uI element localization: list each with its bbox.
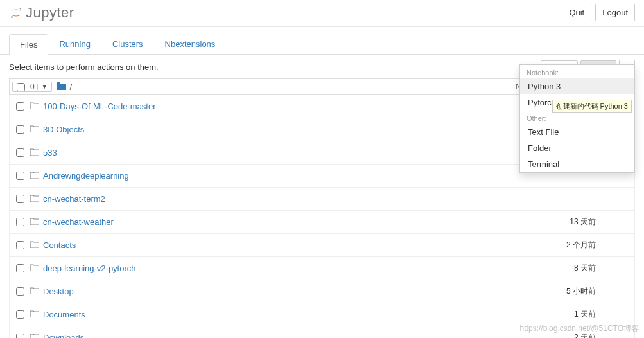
file-modified: 13 天前 [564, 217, 634, 227]
folder-icon [30, 240, 39, 250]
file-checkbox[interactable] [16, 310, 24, 319]
logo[interactable]: Jupyter [9, 4, 74, 21]
file-checkbox[interactable] [16, 195, 24, 203]
select-caret-icon[interactable]: ▼ [37, 84, 51, 90]
file-link[interactable]: Contacts [43, 240, 76, 250]
dropdown-tooltip: 创建新的代码 Python 3 [552, 100, 632, 113]
file-link[interactable]: Documents [43, 310, 85, 319]
breadcrumb-separator: / [70, 82, 73, 92]
folder-icon [30, 217, 39, 227]
dropdown-item-folder[interactable]: Folder [520, 140, 634, 156]
folder-icon [30, 125, 39, 134]
folder-icon [30, 171, 39, 181]
home-folder-icon[interactable] [57, 82, 66, 92]
file-modified: 8 天前 [564, 263, 634, 274]
file-link[interactable]: Desktop [43, 287, 74, 296]
tab-nbextensions[interactable]: Nbextensions [154, 33, 227, 54]
jupyter-logo-icon [9, 6, 23, 20]
file-modified: 1 天前 [564, 309, 634, 320]
file-checkbox[interactable] [16, 172, 24, 180]
file-row: deep-learning-v2-pytorch8 天前 [9, 257, 635, 280]
new-dropdown: Notebook: Python 3Pytorch for Deeplearni… [519, 64, 635, 173]
file-row: Desktop5 小时前 [9, 280, 635, 303]
file-checkbox[interactable] [16, 287, 24, 296]
svg-point-2 [21, 16, 22, 17]
folder-icon [30, 194, 39, 204]
folder-icon [30, 102, 39, 111]
file-row: cn-wechat-term2 [9, 188, 635, 211]
file-modified: 5 小时前 [564, 286, 634, 297]
file-link[interactable]: deep-learning-v2-pytorch [43, 263, 136, 273]
file-checkbox[interactable] [16, 125, 24, 134]
tab-clusters[interactable]: Clusters [101, 33, 154, 54]
file-modified: 2 个月前 [564, 240, 634, 251]
file-link[interactable]: 533 [43, 148, 57, 157]
file-link[interactable]: Downloads [43, 333, 84, 338]
tab-files[interactable]: Files [9, 34, 48, 55]
logo-text: Jupyter [26, 4, 74, 21]
select-all-control[interactable]: 0 ▼ [12, 82, 52, 92]
svg-point-1 [11, 16, 13, 18]
file-checkbox[interactable] [16, 148, 24, 157]
file-checkbox[interactable] [16, 241, 24, 249]
dropdown-item-python-3[interactable]: Python 3 [520, 78, 634, 94]
file-checkbox[interactable] [16, 102, 24, 111]
dropdown-item-terminal[interactable]: Terminal [520, 156, 634, 172]
logout-button[interactable]: Logout [595, 4, 635, 21]
select-all-checkbox[interactable] [17, 83, 25, 91]
watermark: https://blog.csdn.net/@51CTO博客 [520, 323, 639, 334]
header-buttons: Quit Logout [562, 4, 635, 21]
file-link[interactable]: 100-Days-Of-ML-Code-master [43, 102, 156, 111]
file-link[interactable]: 3D Objects [43, 125, 84, 134]
selected-count: 0 [28, 82, 37, 91]
file-checkbox[interactable] [16, 264, 24, 272]
quit-button[interactable]: Quit [562, 4, 591, 21]
file-link[interactable]: Andrewngdeeplearning [43, 171, 129, 181]
file-link[interactable]: cn-wechat-term2 [43, 194, 105, 204]
selection-instruction: Select items to perform actions on them. [9, 62, 159, 72]
file-row: Contacts2 个月前 [9, 234, 635, 257]
folder-icon [30, 310, 39, 319]
folder-icon [30, 148, 39, 157]
dropdown-notebook-label: Notebook: [520, 65, 634, 78]
file-checkbox[interactable] [16, 334, 24, 338]
tab-running[interactable]: Running [48, 33, 101, 54]
dropdown-item-text-file[interactable]: Text File [520, 124, 634, 140]
folder-icon [30, 333, 39, 338]
file-checkbox[interactable] [16, 218, 24, 226]
header: Jupyter Quit Logout [0, 0, 644, 27]
file-row: cn-wechat-weather13 天前 [9, 211, 635, 234]
file-link[interactable]: cn-wechat-weather [43, 217, 114, 227]
folder-icon [30, 263, 39, 273]
tabs: FilesRunningClustersNbextensions [0, 27, 644, 55]
svg-point-0 [20, 8, 21, 9]
folder-icon [30, 287, 39, 296]
breadcrumb: / [57, 82, 73, 92]
